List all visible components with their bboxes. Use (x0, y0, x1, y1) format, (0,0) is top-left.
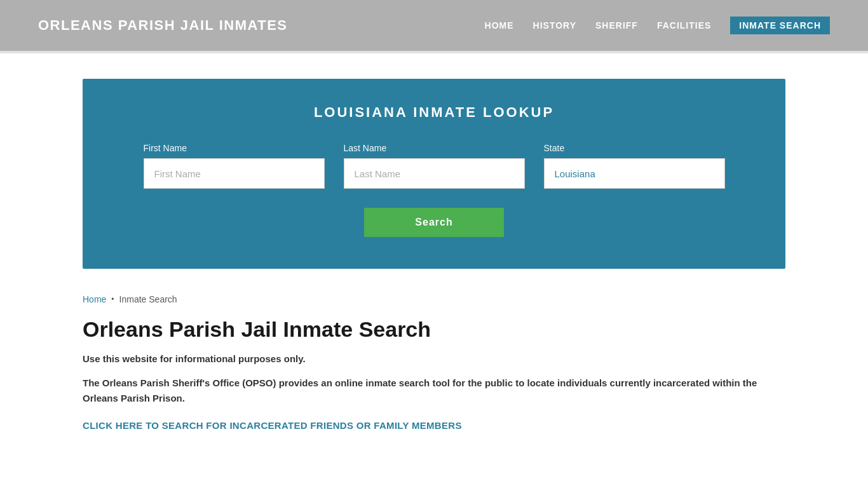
main-content: Orleans Parish Jail Inmate Search Use th… (83, 317, 785, 431)
main-nav: HOME HISTORY SHERIFF FACILITIES INMATE S… (485, 17, 830, 34)
nav-facilities[interactable]: FACILITIES (657, 20, 711, 30)
inmate-lookup-panel: LOUISIANA INMATE LOOKUP First Name Last … (83, 79, 785, 269)
breadcrumb-home-link[interactable]: Home (83, 294, 106, 304)
lookup-panel-title: LOUISIANA INMATE LOOKUP (121, 104, 747, 121)
search-fields-row: First Name Last Name State (121, 143, 747, 189)
nav-home[interactable]: HOME (485, 20, 514, 30)
nav-sheriff[interactable]: SHERIFF (595, 20, 638, 30)
header-divider (0, 51, 868, 53)
first-name-label: First Name (144, 143, 325, 153)
inmate-search-link[interactable]: CLICK HERE to Search for Incarcerated Fr… (83, 420, 462, 431)
search-button[interactable]: Search (364, 208, 503, 237)
state-group: State (544, 143, 725, 189)
site-title: ORLEANS PARISH JAIL INMATES (38, 17, 288, 34)
info-line-1: Use this website for informational purpo… (83, 353, 785, 364)
state-input[interactable] (544, 158, 725, 189)
search-btn-row: Search (121, 208, 747, 237)
breadcrumb-separator: • (111, 295, 114, 304)
info-paragraph: The Orleans Parish Sheriff's Office (OPS… (83, 376, 769, 406)
nav-history[interactable]: HISTORY (533, 20, 576, 30)
first-name-group: First Name (144, 143, 325, 189)
first-name-input[interactable] (144, 158, 325, 189)
last-name-label: Last Name (344, 143, 525, 153)
last-name-input[interactable] (344, 158, 525, 189)
breadcrumb: Home • Inmate Search (83, 294, 785, 304)
site-header: ORLEANS PARISH JAIL INMATES HOME HISTORY… (0, 0, 868, 51)
breadcrumb-current: Inmate Search (119, 294, 177, 304)
page-title: Orleans Parish Jail Inmate Search (83, 317, 785, 342)
nav-inmate-search[interactable]: INMATE SEARCH (730, 17, 830, 34)
last-name-group: Last Name (344, 143, 525, 189)
state-label: State (544, 143, 725, 153)
